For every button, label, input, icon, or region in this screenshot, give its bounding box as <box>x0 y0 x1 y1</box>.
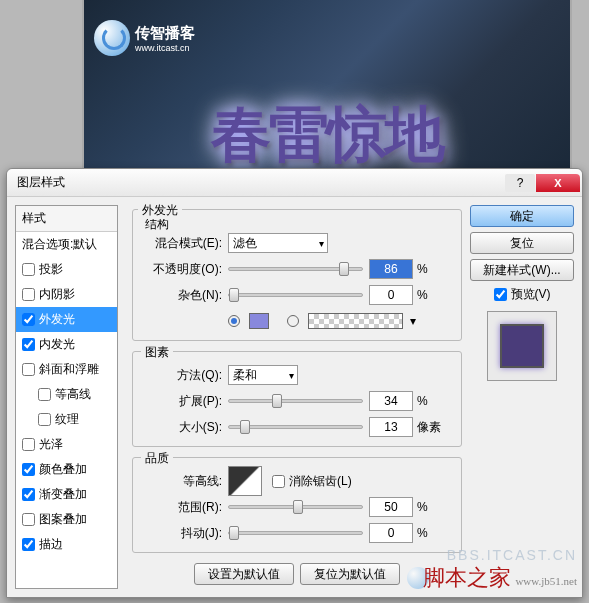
structure-group: 结构 混合模式(E): 滤色 不透明度(O): 86 % 杂色(N): <box>132 209 462 341</box>
dialog-title: 图层样式 <box>17 174 504 191</box>
style-checkbox-7[interactable] <box>38 413 51 426</box>
style-label-0: 混合选项:默认 <box>22 236 97 253</box>
style-checkbox-5[interactable] <box>22 363 35 376</box>
style-label-7: 纹理 <box>55 411 79 428</box>
antialias-label: 消除锯齿(L) <box>289 473 352 490</box>
noise-input[interactable]: 0 <box>369 285 413 305</box>
style-item-11[interactable]: 图案叠加 <box>16 507 117 532</box>
px-unit: 像素 <box>417 419 441 436</box>
range-label: 范围(R): <box>143 499 228 516</box>
preview-banner: 传智播客 www.itcast.cn 春雷惊地 <box>82 0 572 185</box>
cancel-button[interactable]: 复位 <box>470 232 574 254</box>
make-default-button[interactable]: 设置为默认值 <box>194 563 294 585</box>
technique-combo[interactable]: 柔和 <box>228 365 298 385</box>
style-item-0[interactable]: 混合选项:默认 <box>16 232 117 257</box>
logo-icon <box>94 20 130 56</box>
style-checkbox-1[interactable] <box>22 263 35 276</box>
style-checkbox-8[interactable] <box>22 438 35 451</box>
style-checkbox-12[interactable] <box>22 538 35 551</box>
preview-box <box>487 311 557 381</box>
opacity-slider[interactable] <box>228 267 363 271</box>
range-slider[interactable] <box>228 505 363 509</box>
blend-mode-combo[interactable]: 滤色 <box>228 233 328 253</box>
style-checkbox-4[interactable] <box>22 338 35 351</box>
quality-legend: 品质 <box>141 450 173 467</box>
range-input[interactable]: 50 <box>369 497 413 517</box>
logo-en: www.itcast.cn <box>135 43 195 53</box>
gradient-radio[interactable] <box>287 315 299 327</box>
style-label-12: 描边 <box>39 536 63 553</box>
banner-title: 春雷惊地 <box>211 95 443 176</box>
size-slider[interactable] <box>228 425 363 429</box>
style-checkbox-6[interactable] <box>38 388 51 401</box>
opacity-label: 不透明度(O): <box>143 261 228 278</box>
quality-group: 品质 等高线: 消除锯齿(L) 范围(R): 50 % 抖动(J): <box>132 457 462 553</box>
jitter-input[interactable]: 0 <box>369 523 413 543</box>
style-label-6: 等高线 <box>55 386 91 403</box>
style-label-2: 内阴影 <box>39 286 75 303</box>
style-checkbox-3[interactable] <box>22 313 35 326</box>
style-label-8: 光泽 <box>39 436 63 453</box>
size-input[interactable]: 13 <box>369 417 413 437</box>
panel-title: 外发光 <box>138 202 182 219</box>
dropdown-icon[interactable]: ▾ <box>410 314 416 328</box>
preview-swatch <box>500 324 544 368</box>
pct-3: % <box>417 394 428 408</box>
gradient-picker[interactable] <box>308 313 403 329</box>
style-checkbox-11[interactable] <box>22 513 35 526</box>
titlebar[interactable]: 图层样式 ? X <box>7 169 582 197</box>
preview-label: 预览(V) <box>511 286 551 303</box>
style-item-12[interactable]: 描边 <box>16 532 117 557</box>
contour-label: 等高线: <box>143 473 228 490</box>
pct-5: % <box>417 526 428 540</box>
pct-2: % <box>417 288 428 302</box>
elements-legend: 图素 <box>141 344 173 361</box>
color-swatch[interactable] <box>249 313 269 329</box>
style-checkbox-10[interactable] <box>22 488 35 501</box>
watermark-site: 脚本之家www.jb51.net <box>419 563 577 593</box>
style-item-9[interactable]: 颜色叠加 <box>16 457 117 482</box>
noise-slider[interactable] <box>228 293 363 297</box>
spread-input[interactable]: 34 <box>369 391 413 411</box>
help-button[interactable]: ? <box>505 174 535 192</box>
style-label-3: 外发光 <box>39 311 75 328</box>
style-item-5[interactable]: 斜面和浮雕 <box>16 357 117 382</box>
style-item-6[interactable]: 等高线 <box>16 382 117 407</box>
side-panel: 确定 复位 新建样式(W)... 预览(V) <box>464 205 574 589</box>
style-label-10: 渐变叠加 <box>39 486 87 503</box>
noise-label: 杂色(N): <box>143 287 228 304</box>
size-label: 大小(S): <box>143 419 228 436</box>
layer-style-dialog: 图层样式 ? X 样式 混合选项:默认投影内阴影外发光内发光斜面和浮雕等高线纹理… <box>6 168 583 598</box>
spread-slider[interactable] <box>228 399 363 403</box>
reset-default-button[interactable]: 复位为默认值 <box>300 563 400 585</box>
style-label-1: 投影 <box>39 261 63 278</box>
antialias-checkbox[interactable] <box>272 475 285 488</box>
settings-panel: 外发光 结构 混合模式(E): 滤色 不透明度(O): 86 % 杂色(N): <box>124 205 464 589</box>
style-item-3[interactable]: 外发光 <box>16 307 117 332</box>
jitter-slider[interactable] <box>228 531 363 535</box>
technique-label: 方法(Q): <box>143 367 228 384</box>
spread-label: 扩展(P): <box>143 393 228 410</box>
styles-header[interactable]: 样式 <box>16 206 117 232</box>
contour-picker[interactable] <box>228 466 262 496</box>
style-item-7[interactable]: 纹理 <box>16 407 117 432</box>
opacity-input[interactable]: 86 <box>369 259 413 279</box>
color-radio[interactable] <box>228 315 240 327</box>
style-item-8[interactable]: 光泽 <box>16 432 117 457</box>
styles-list: 样式 混合选项:默认投影内阴影外发光内发光斜面和浮雕等高线纹理光泽颜色叠加渐变叠… <box>15 205 118 589</box>
pct-1: % <box>417 262 428 276</box>
blend-mode-label: 混合模式(E): <box>143 235 228 252</box>
close-button[interactable]: X <box>536 174 580 192</box>
style-label-5: 斜面和浮雕 <box>39 361 99 378</box>
style-item-10[interactable]: 渐变叠加 <box>16 482 117 507</box>
preview-checkbox[interactable] <box>494 288 507 301</box>
style-checkbox-2[interactable] <box>22 288 35 301</box>
style-item-1[interactable]: 投影 <box>16 257 117 282</box>
style-item-4[interactable]: 内发光 <box>16 332 117 357</box>
style-item-2[interactable]: 内阴影 <box>16 282 117 307</box>
style-checkbox-9[interactable] <box>22 463 35 476</box>
new-style-button[interactable]: 新建样式(W)... <box>470 259 574 281</box>
watermark-bbs: BBS.ITCAST.CN <box>447 547 577 563</box>
ok-button[interactable]: 确定 <box>470 205 574 227</box>
style-label-9: 颜色叠加 <box>39 461 87 478</box>
